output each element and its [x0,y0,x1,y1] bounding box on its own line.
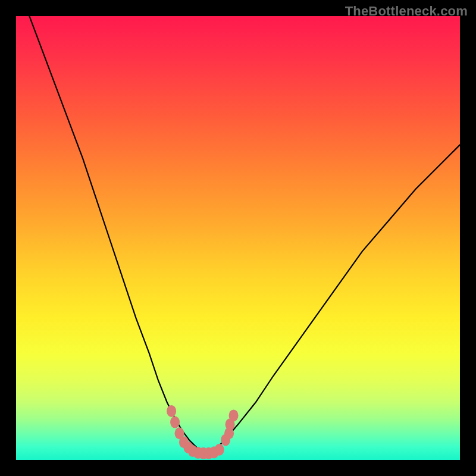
marker-point [229,409,239,421]
marker-point [170,416,180,428]
marker-layer [167,405,238,459]
curve-layer [29,16,460,453]
marker-point [215,444,224,456]
chart-svg [16,16,460,460]
chart-frame: TheBottleneck.com [0,0,476,476]
plot-area [16,16,460,460]
marker-point [167,405,176,417]
curve-left_curve [29,16,206,453]
curve-right_curve [207,145,460,453]
watermark-text: TheBottleneck.com [345,4,468,19]
